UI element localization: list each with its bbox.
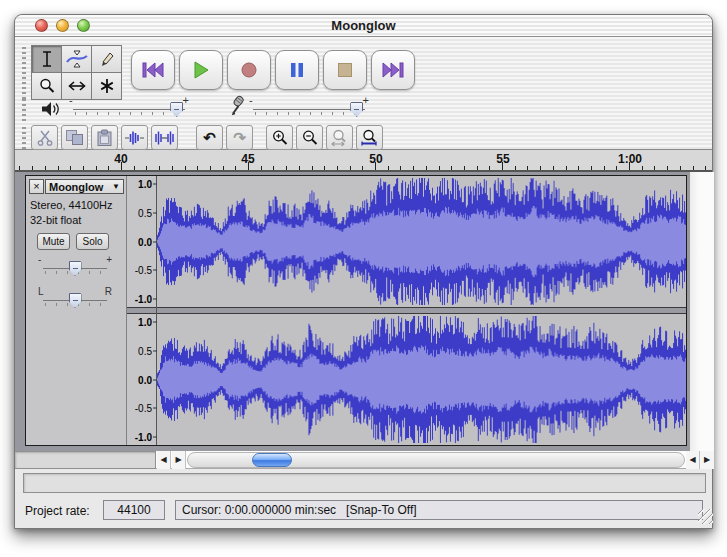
envelope-tool-button[interactable] (62, 46, 91, 72)
project-rate-value[interactable]: 44100 (103, 500, 165, 520)
zoom-in-icon (271, 129, 289, 147)
toolbar-grab-handle[interactable] (22, 47, 26, 99)
amplitude-label: 0.0 (138, 374, 152, 385)
skip-to-end-icon (381, 62, 405, 78)
ruler-tick (324, 166, 325, 170)
timeline-ruler[interactable]: 404550551:00 (15, 150, 712, 172)
ruler-tick (616, 166, 617, 170)
track-name: Moonglow (49, 181, 103, 193)
scroll-right-arrow[interactable]: ▶ (700, 451, 714, 469)
undo-icon: ↶ (203, 129, 216, 147)
zoom-out-button[interactable] (296, 125, 323, 150)
edit-toolbar-grab-handle[interactable] (22, 127, 26, 149)
ruler-tick (197, 166, 198, 170)
ruler-tick (540, 166, 541, 170)
fit-project-button[interactable] (356, 125, 383, 150)
pause-icon (290, 62, 304, 78)
redo-button[interactable]: ↷ (226, 125, 253, 150)
window-title: Moonglow (15, 18, 712, 33)
vertical-scrollbar-area[interactable] (689, 172, 714, 451)
slider-line (73, 109, 185, 110)
ruler-tick (273, 166, 274, 170)
vertical-ruler-channel-2[interactable]: 1.00.50.0-0.5-1.0 (127, 314, 157, 445)
copy-button[interactable] (61, 125, 88, 150)
pause-button[interactable] (275, 50, 319, 90)
play-button[interactable] (179, 50, 223, 90)
mute-button[interactable]: Mute (37, 233, 70, 250)
silence-audio-icon (154, 130, 175, 146)
cursor-status-field: Cursor: 0:00.000000 min:sec [Snap-To Off… (175, 500, 703, 520)
ruler-tick (604, 166, 605, 170)
ruler-tick (527, 166, 528, 170)
ruler-tick (350, 166, 351, 170)
stop-button[interactable] (323, 50, 367, 90)
cut-button[interactable] (31, 125, 58, 150)
ruler-tick (705, 166, 706, 170)
pan-slider[interactable]: L R (37, 288, 113, 310)
paste-button[interactable] (91, 125, 118, 150)
waveform-channel-1[interactable] (157, 176, 686, 307)
trim-outside-selection-button[interactable] (121, 125, 148, 150)
ruler-tick (210, 166, 211, 170)
waveform-channel-2[interactable] (157, 314, 686, 445)
ruler-tick (388, 166, 389, 170)
waveform-area (157, 176, 686, 445)
input-max-label: + (363, 94, 369, 106)
undo-button[interactable]: ↶ (196, 125, 223, 150)
amplitude-label: 0.5 (138, 345, 152, 356)
input-volume-slider[interactable]: - + (247, 97, 371, 119)
ruler-tick (248, 162, 249, 170)
ruler-tick (96, 166, 97, 170)
ruler-tick (286, 166, 287, 170)
silence-selection-button[interactable] (151, 125, 178, 150)
ruler-tick (426, 166, 427, 170)
scroll-left-arrow[interactable]: ◀ (686, 451, 700, 469)
amplitude-label: 1.0 (138, 179, 152, 190)
ruler-tick (693, 166, 694, 170)
status-bar: Project rate: 44100 Cursor: 0:00.000000 … (15, 495, 714, 527)
asterisk-icon (98, 77, 116, 95)
ruler-tick (83, 166, 84, 170)
draw-tool-button[interactable] (92, 46, 121, 72)
mixer-toolbar-grab-handle[interactable] (22, 99, 26, 121)
gain-min-label: - (38, 254, 41, 265)
ruler-tick (591, 166, 592, 170)
skip-to-start-button[interactable] (131, 50, 175, 90)
fit-selection-icon (330, 129, 349, 147)
scrollbar-track[interactable] (187, 452, 685, 468)
timeshift-tool-button[interactable] (62, 73, 91, 99)
track-menu-button[interactable]: Moonglow ▼ (45, 179, 124, 194)
scroll-left-arrow[interactable]: ◀ (157, 451, 171, 469)
record-button[interactable] (227, 50, 271, 90)
track-area-background: × Moonglow ▼ Stereo, 44100Hz 32-bit floa… (15, 172, 689, 451)
ruler-tick (235, 166, 236, 170)
scroll-right-arrow[interactable]: ▶ (172, 451, 186, 469)
envelope-icon (66, 50, 88, 68)
channel-divider (127, 307, 156, 314)
fit-project-icon (360, 129, 379, 147)
vertical-ruler-channel-1[interactable]: 1.00.50.0-0.5-1.0 (127, 176, 157, 307)
scrollbar-thumb[interactable] (252, 453, 292, 467)
horizontal-scrollbar: ◀ ▶ ◀ ▶ (15, 451, 714, 469)
fit-selection-button[interactable] (326, 125, 353, 150)
audio-track: × Moonglow ▼ Stereo, 44100Hz 32-bit floa… (25, 175, 687, 446)
ruler-tick (146, 166, 147, 170)
output-volume-slider[interactable]: - + (67, 97, 191, 119)
zoom-tool-button[interactable] (32, 73, 61, 99)
resize-grip[interactable] (698, 509, 713, 524)
output-min-label: - (69, 94, 73, 106)
skip-to-end-button[interactable] (371, 50, 415, 90)
close-track-button[interactable]: × (29, 179, 44, 194)
zoom-in-button[interactable] (266, 125, 293, 150)
selection-tool-button[interactable] (32, 46, 61, 72)
ruler-tick (261, 166, 262, 170)
gain-slider[interactable]: - + (37, 256, 113, 278)
slider-line (253, 109, 365, 110)
multi-tool-button[interactable] (92, 73, 121, 99)
audacity-window: Moonglow (14, 14, 713, 529)
pan-right-label: R (105, 286, 112, 297)
ruler-tick (629, 162, 630, 170)
title-bar[interactable]: Moonglow (15, 15, 712, 37)
solo-button[interactable]: Solo (76, 233, 109, 250)
ruler-time-label: 50 (369, 152, 382, 166)
